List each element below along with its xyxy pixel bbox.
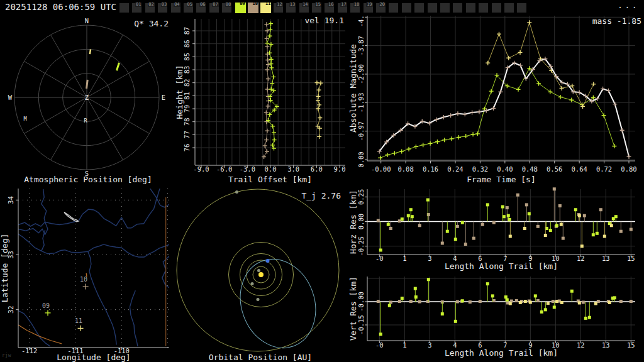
svg-text:Longitude [deg]: Longitude [deg] bbox=[57, 353, 130, 362]
ground-map-panel: 091011-112-111-110343332Longitude [deg]L… bbox=[0, 189, 170, 362]
frame-thumb-02[interactable]: 02 bbox=[145, 3, 155, 13]
frame-number: 18 bbox=[353, 2, 360, 7]
frame-thumb-06[interactable]: 06 bbox=[196, 3, 206, 13]
svg-text:-0: -0 bbox=[375, 255, 384, 262]
svg-text:0.40: 0.40 bbox=[497, 165, 513, 173]
svg-text:34: 34 bbox=[7, 196, 14, 204]
frame-number: 20 bbox=[379, 2, 386, 7]
frame-thumb[interactable] bbox=[504, 3, 514, 13]
svg-text:-0.00: -0.00 bbox=[371, 165, 391, 173]
frame-thumb-09[interactable]: 09 bbox=[235, 3, 246, 13]
mars-dot bbox=[257, 298, 260, 301]
svg-text:0.16: 0.16 bbox=[423, 165, 438, 173]
frame-thumb[interactable] bbox=[389, 3, 398, 13]
venus-dot bbox=[251, 282, 254, 285]
svg-text:Horz Res [km]: Horz Res [km] bbox=[348, 190, 358, 254]
svg-text:0.72: 0.72 bbox=[596, 165, 612, 173]
svg-text:0.32: 0.32 bbox=[472, 165, 488, 173]
frame-thumb[interactable] bbox=[453, 3, 462, 13]
svg-text:-3.87: -3.87 bbox=[357, 36, 365, 56]
svg-text:1: 1 bbox=[402, 341, 406, 349]
app-window: 20251128 06:06:59 UTC 010203040506070809… bbox=[0, 0, 644, 362]
frame-thumb-16[interactable]: 16 bbox=[325, 3, 334, 13]
frame-thumb-18[interactable]: 18 bbox=[350, 3, 360, 13]
mercury-dot bbox=[257, 269, 260, 272]
topbar: 20251128 06:06:59 UTC 010203040506070809… bbox=[0, 0, 644, 15]
frame-number: 04 bbox=[174, 2, 180, 7]
svg-text:15: 15 bbox=[627, 255, 635, 262]
frame-thumb-20[interactable]: 20 bbox=[376, 3, 386, 13]
frame-thumb[interactable] bbox=[492, 3, 501, 13]
frame-thumb[interactable] bbox=[119, 3, 129, 13]
frame-thumb[interactable] bbox=[428, 3, 437, 13]
svg-text:mass -1.85: mass -1.85 bbox=[592, 16, 641, 26]
svg-text:13: 13 bbox=[602, 341, 610, 349]
svg-text:0.24: 0.24 bbox=[447, 165, 463, 173]
frame-thumb[interactable] bbox=[440, 3, 450, 13]
svg-text:0.80: 0.80 bbox=[621, 165, 636, 173]
frame-number: 03 bbox=[161, 2, 167, 7]
frame-number: 10 bbox=[252, 1, 258, 6]
frame-thumb[interactable] bbox=[466, 3, 475, 13]
frame-thumb-03[interactable]: 03 bbox=[158, 3, 167, 13]
frame-number: 17 bbox=[340, 2, 347, 7]
svg-text:Frame Time [s]: Frame Time [s] bbox=[467, 175, 536, 184]
frame-thumb-07[interactable]: 07 bbox=[209, 3, 219, 13]
svg-text:09: 09 bbox=[42, 302, 50, 309]
svg-text:6.0: 6.0 bbox=[311, 165, 323, 173]
svg-text:0.64: 0.64 bbox=[571, 165, 587, 173]
svg-text:85: 85 bbox=[183, 53, 191, 61]
frame-thumb-04[interactable]: 04 bbox=[171, 3, 180, 13]
horz-residuals-panel: -0134679101213150.250.00-0.25Length Alon… bbox=[348, 187, 635, 271]
frame-thumb-05[interactable]: 05 bbox=[184, 3, 193, 13]
frame-number: 15 bbox=[315, 2, 321, 7]
svg-text:86: 86 bbox=[183, 40, 191, 48]
frame-thumb-11[interactable]: 11 bbox=[260, 3, 271, 13]
svg-text:Vert Res [km]: Vert Res [km] bbox=[348, 277, 358, 341]
svg-text:T_j 2.76: T_j 2.76 bbox=[301, 191, 341, 200]
sun-dot bbox=[258, 272, 264, 277]
svg-text:76: 76 bbox=[183, 144, 191, 152]
svg-text:-9.0: -9.0 bbox=[193, 165, 209, 173]
svg-text:0.00: 0.00 bbox=[357, 214, 365, 229]
frame-thumb[interactable] bbox=[414, 3, 424, 13]
overflow-menu-icon[interactable]: ... bbox=[618, 0, 639, 10]
svg-text:3: 3 bbox=[428, 255, 431, 262]
svg-text:-0.97: -0.97 bbox=[357, 121, 365, 141]
svg-text:Z: Z bbox=[85, 94, 89, 101]
svg-text:-3.0: -3.0 bbox=[240, 165, 255, 173]
frame-number: 16 bbox=[328, 2, 334, 7]
svg-text:87: 87 bbox=[183, 27, 191, 35]
frame-thumb-12[interactable]: 12 bbox=[274, 3, 283, 13]
trail-offset-panel: -9.0-6.0-3.00.03.06.09.08786858382817978… bbox=[175, 16, 345, 184]
frame-thumb-08[interactable]: 08 bbox=[222, 3, 231, 13]
svg-text:vel 19.1: vel 19.1 bbox=[304, 16, 344, 25]
frame-thumb-19[interactable]: 19 bbox=[364, 3, 373, 13]
svg-text:R: R bbox=[84, 118, 87, 124]
svg-text:15: 15 bbox=[627, 341, 635, 349]
svg-text:-1.93: -1.93 bbox=[357, 93, 365, 113]
svg-text:Absolute Magnitude: Absolute Magnitude bbox=[348, 44, 358, 133]
svg-text:rjw: rjw bbox=[2, 353, 11, 358]
frame-number: 02 bbox=[148, 2, 154, 7]
light-curve-panel: -0.000.080.160.240.320.400.480.560.640.7… bbox=[348, 7, 641, 184]
svg-text:0.08: 0.08 bbox=[397, 165, 413, 173]
svg-text:Length Along Trail [km]: Length Along Trail [km] bbox=[445, 261, 558, 271]
frame-thumb-10[interactable]: 10 bbox=[248, 3, 258, 13]
frame-thumb[interactable] bbox=[517, 3, 526, 13]
frame-number: 14 bbox=[302, 2, 308, 7]
svg-text:Trail Offset [km]: Trail Offset [km] bbox=[228, 175, 312, 184]
frame-number: 06 bbox=[199, 2, 206, 7]
frame-thumb-15[interactable]: 15 bbox=[312, 3, 321, 13]
frame-number: 08 bbox=[225, 2, 231, 7]
svg-text:Latitude [deg]: Latitude [deg] bbox=[0, 234, 9, 303]
frame-thumb-13[interactable]: 13 bbox=[286, 3, 296, 13]
frame-strip: 0102030405060708091011121314151617181920 bbox=[0, 0, 644, 15]
frame-thumb-01[interactable]: 01 bbox=[132, 3, 142, 13]
frame-thumb[interactable] bbox=[479, 3, 488, 13]
frame-thumb-17[interactable]: 17 bbox=[338, 3, 347, 13]
svg-text:1: 1 bbox=[402, 255, 406, 262]
svg-text:Q* 34.2: Q* 34.2 bbox=[134, 19, 169, 28]
frame-thumb-14[interactable]: 14 bbox=[299, 3, 309, 13]
frame-thumb[interactable] bbox=[402, 3, 411, 13]
